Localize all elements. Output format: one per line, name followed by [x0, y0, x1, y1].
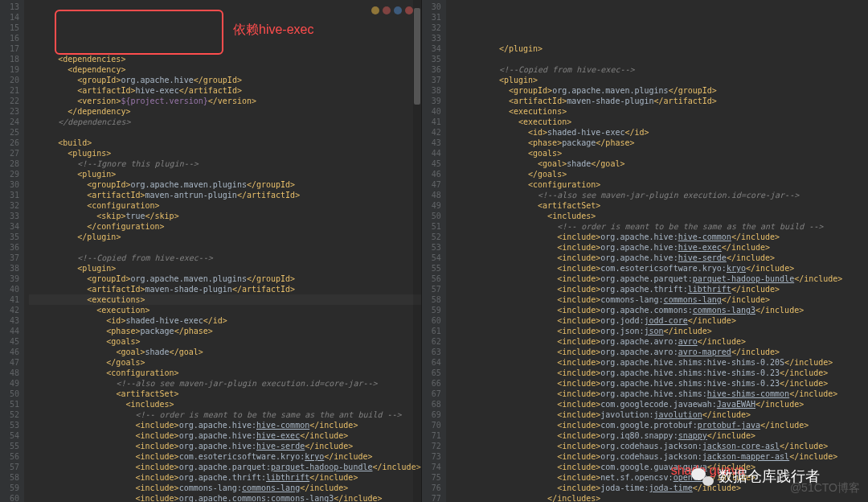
code-line[interactable]: <include>org.apache.parquet:parquet-hado…	[451, 274, 868, 284]
code-line[interactable]: <include>org.apache.commons:commons-lang…	[451, 305, 868, 315]
code-line[interactable]: <groupId>org.apache.maven.plugins</group…	[29, 274, 421, 284]
line-number: 21	[0, 85, 19, 96]
code-line[interactable]: <include>org.apache.avro:avro-mapred</in…	[451, 347, 868, 357]
code-line[interactable]: <include>com.esotericsoftware.kryo:kryo<…	[451, 263, 868, 274]
code-line[interactable]: <plugin>	[29, 169, 421, 179]
code-line[interactable]: <include>org.apache.hive.shims:hive-shim…	[451, 389, 868, 399]
code-line[interactable]: <includes>	[29, 399, 421, 409]
code-line[interactable]: <artifactSet>	[451, 200, 868, 211]
line-number: 55	[0, 441, 19, 451]
code-line[interactable]: </dependencies>	[29, 117, 421, 127]
code-line[interactable]: </plugin>	[451, 43, 868, 54]
code-line[interactable]	[451, 54, 868, 64]
code-line[interactable]: <phase>package</phase>	[29, 326, 421, 336]
code-line[interactable]: <include>org.jodd:jodd-core</include>	[451, 315, 868, 326]
line-number: 42	[0, 305, 19, 315]
code-line[interactable]: <include>org.apache.commons:commons-lang…	[29, 493, 421, 502]
code-line[interactable]: <include>org.apache.thrift:libthrift</in…	[451, 284, 868, 294]
code-line[interactable]: <include>org.codehaus.jackson:jackson-ma…	[451, 451, 868, 462]
code-line[interactable]: <dependencies>	[29, 54, 421, 64]
code-line[interactable]: <include>org.apache.hive:hive-serde</inc…	[451, 253, 868, 263]
code-line[interactable]: <include>org.iq80.snappy:snappy</include…	[451, 430, 868, 441]
code-line[interactable]: <include>javolution:javolution</include>	[451, 409, 868, 420]
code-line[interactable]: <include>org.apache.parquet:parquet-hado…	[29, 462, 421, 472]
code-line[interactable]: <artifactSet>	[29, 389, 421, 399]
code-line[interactable]: <configuration>	[29, 368, 421, 378]
scrollbar-left[interactable]	[413, 0, 421, 502]
line-number: 76	[422, 483, 441, 493]
code-line[interactable]: <goal>shade</goal>	[451, 158, 868, 169]
code-right[interactable]: </plugin> <!--Copied from hive-exec--> <…	[446, 0, 868, 502]
code-line[interactable]: <include>org.codehaus.jackson:jackson-co…	[451, 441, 868, 451]
code-line[interactable]: <artifactId>maven-antrun-plugin</artifac…	[29, 190, 421, 200]
code-line[interactable]: <executions>	[29, 294, 421, 305]
code-line[interactable]: <include>com.googlecode.javaewah:JavaEWA…	[451, 399, 868, 409]
code-line[interactable]: <groupId>org.apache.maven.plugins</group…	[29, 179, 421, 190]
code-line[interactable]: </goals>	[29, 357, 421, 368]
code-line[interactable]	[29, 242, 421, 253]
code-line[interactable]: <include>commons-lang:commons-lang</incl…	[29, 483, 421, 493]
code-line[interactable]: <include>org.apache.hive.shims:hive-shim…	[451, 368, 868, 378]
code-line[interactable]: </goals>	[451, 169, 868, 179]
code-line[interactable]: <artifactId>maven-shade-plugin</artifact…	[29, 284, 421, 294]
code-line[interactable]: <include>org.apache.hive:hive-common</in…	[29, 420, 421, 430]
code-line[interactable]: <plugin>	[29, 263, 421, 274]
code-line[interactable]: <phase>package</phase>	[451, 138, 868, 148]
code-line[interactable]: <include>org.json:json</include>	[451, 326, 868, 336]
code-line[interactable]: <configuration>	[29, 200, 421, 211]
code-line[interactable]: </dependency>	[29, 106, 421, 117]
code-line[interactable]: <include>org.apache.hive:hive-exec</incl…	[451, 242, 868, 253]
code-line[interactable]: <execution>	[451, 117, 868, 127]
code-line[interactable]: <!--Copied from hive-exec-->	[451, 64, 868, 75]
code-line[interactable]: <include>commons-lang:commons-lang</incl…	[451, 294, 868, 305]
code-line[interactable]: <dependency>	[29, 64, 421, 75]
editor-pane-left[interactable]: 1314151617181920212223242526272829303132…	[0, 0, 422, 502]
code-line[interactable]: <id>shaded-hive-exec</id>	[29, 315, 421, 326]
code-left[interactable]: <dependencies> <dependency> <groupId>org…	[24, 0, 421, 502]
code-line[interactable]: <groupId>org.apache.maven.plugins</group…	[451, 85, 868, 96]
code-line[interactable]: <groupId>org.apache.hive</groupId>	[29, 75, 421, 85]
code-line[interactable]: </configuration>	[29, 221, 421, 232]
code-line[interactable]: <execution>	[29, 305, 421, 315]
code-line[interactable]: <artifactId>maven-shade-plugin</artifact…	[451, 96, 868, 106]
line-number: 44	[422, 148, 441, 158]
code-line[interactable]: <artifactId>hive-exec</artifactId>	[29, 85, 421, 96]
code-line[interactable]	[29, 127, 421, 138]
code-line[interactable]: <build>	[29, 138, 421, 148]
code-line[interactable]: <include>org.apache.hive:hive-exec</incl…	[29, 430, 421, 441]
code-line[interactable]: </plugin>	[29, 232, 421, 242]
code-line[interactable]: <include>org.apache.thrift:libthrift</in…	[29, 472, 421, 483]
code-line[interactable]: <version>${project.version}</version>	[29, 96, 421, 106]
code-line[interactable]: <!--also see maven-jar-plugin execution.…	[451, 190, 868, 200]
code-line[interactable]: <include>org.apache.hive.shims:hive-shim…	[451, 357, 868, 368]
code-line[interactable]: <include>org.apache.hive:hive-common</in…	[451, 232, 868, 242]
code-line[interactable]: <skip>true</skip>	[29, 211, 421, 221]
code-line[interactable]: <plugin>	[451, 75, 868, 85]
code-line[interactable]: <goals>	[29, 336, 421, 347]
code-line[interactable]: <goal>shade</goal>	[29, 347, 421, 357]
code-line[interactable]: <include>org.apache.avro:avro</include>	[451, 336, 868, 347]
code-line[interactable]: <!--Copied from hive-exec-->	[29, 253, 421, 263]
code-line[interactable]: <!-- order is meant to be the same as th…	[451, 221, 868, 232]
line-number: 20	[0, 75, 19, 85]
editor-pane-right[interactable]: 3031323334353637383940414243444546474849…	[422, 0, 868, 502]
watermark-text: @51CTO博客	[790, 481, 860, 496]
code-line[interactable]: <plugins>	[29, 148, 421, 158]
line-number: 40	[422, 106, 441, 117]
line-number: 23	[0, 106, 19, 117]
code-line[interactable]: <goals>	[451, 148, 868, 158]
code-line[interactable]: <include>com.esotericsoftware.kryo:kryo<…	[29, 451, 421, 462]
code-line[interactable]: <!-- order is meant to be the same as th…	[29, 409, 421, 420]
code-line[interactable]: <configuration>	[451, 179, 868, 190]
line-number: 54	[0, 430, 19, 441]
code-line[interactable]: <include>org.apache.hive.shims:hive-shim…	[451, 378, 868, 389]
code-line[interactable]: <!--Ignore this plugin-->	[29, 158, 421, 169]
code-line[interactable]: <include>org.apache.hive:hive-serde</inc…	[29, 441, 421, 451]
code-line[interactable]: <id>shaded-hive-exec</id>	[451, 127, 868, 138]
code-line[interactable]: <!--also see maven-jar-plugin execution.…	[29, 378, 421, 389]
code-line[interactable]: <executions>	[451, 106, 868, 117]
editor-status-icons	[371, 6, 413, 14]
code-line[interactable]: <include>com.google.protobuf:protobuf-ja…	[451, 420, 868, 430]
line-number: 51	[422, 221, 441, 232]
code-line[interactable]: <includes>	[451, 211, 868, 221]
